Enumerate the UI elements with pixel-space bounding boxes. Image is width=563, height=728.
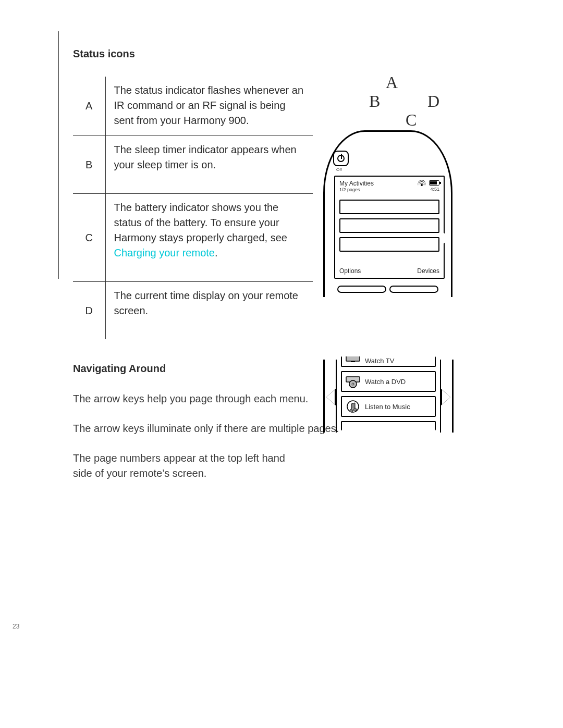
power-icon — [337, 155, 345, 162]
screen-empty-rows — [339, 200, 439, 252]
status-desc-C-pre: The battery indicator shows you the stat… — [114, 202, 287, 243]
page-number: 23 — [13, 623, 19, 630]
table-row: B The sleep timer indicator appears when… — [73, 136, 313, 194]
activity-label: Watch TV — [365, 357, 394, 365]
nav-arrow-left-icon[interactable] — [326, 231, 334, 245]
screen-time: 4:51 — [430, 187, 439, 192]
section-navigating: Navigating Around The arrow keys help yo… — [73, 363, 532, 496]
list-item[interactable] — [339, 218, 439, 233]
dvd-icon — [345, 375, 361, 388]
activity-listen-music[interactable]: Listen to Music — [341, 396, 436, 417]
music-icon — [345, 400, 361, 413]
remote-edge-left — [323, 360, 325, 433]
left-vertical-rule — [58, 31, 59, 279]
callout-C: C — [406, 110, 417, 130]
table-row: D The current time display on your remot… — [73, 282, 313, 340]
callout-A: A — [386, 73, 398, 92]
remote-edge-right — [452, 360, 454, 433]
nav-para-1: The arrow keys help you page through eac… — [73, 391, 532, 406]
power-button[interactable] — [333, 151, 349, 166]
activity-label: Listen to Music — [365, 403, 410, 411]
nav-arrow-left-icon[interactable] — [326, 390, 335, 404]
list-item[interactable] — [339, 237, 439, 252]
activity-watch-tv[interactable]: Watch TV — [341, 356, 436, 367]
list-item[interactable] — [339, 200, 439, 214]
table-row: C The battery indicator shows you the st… — [73, 194, 313, 282]
status-desc-C: The battery indicator shows you the stat… — [105, 194, 313, 282]
status-desc-D: The current time display on your remote … — [105, 282, 313, 340]
remote-top-illustration: A B C D Off My Activities 1/2 pages — [323, 73, 454, 297]
activity-watch-dvd[interactable]: Watch a DVD — [341, 371, 436, 392]
tv-icon — [345, 356, 361, 365]
status-desc-B: The sleep timer indicator appears when y… — [105, 136, 313, 194]
status-key-D: D — [73, 282, 105, 340]
callout-letters: A B C D — [323, 73, 454, 130]
nav-para-2: The arrow keys illuminate only if there … — [73, 421, 532, 436]
heading-navigating: Navigating Around — [73, 363, 532, 375]
heading-status-icons: Status icons — [73, 48, 532, 60]
status-key-C: C — [73, 194, 105, 282]
remote-body-outline: Off My Activities 1/2 pages 4:51 — [323, 130, 452, 297]
callout-D: D — [427, 92, 439, 111]
callout-B: B — [369, 92, 380, 111]
status-desc-C-post: . — [215, 247, 218, 258]
softkey-left-button[interactable] — [337, 286, 386, 293]
screen-header: My Activities 1/2 pages 4:51 — [335, 177, 444, 192]
remote-screen: My Activities 1/2 pages 4:51 — [334, 176, 445, 279]
svg-rect-1 — [351, 361, 355, 362]
screen-title: My Activities — [339, 180, 374, 187]
screen-pages-indicator: 1/2 pages — [339, 187, 374, 192]
nav-arrow-right-icon[interactable] — [442, 231, 450, 245]
nav-arrow-right-icon[interactable] — [442, 390, 450, 404]
table-row: A The status indicator flashes whenever … — [73, 77, 313, 136]
screen-footer: Options Devices — [339, 267, 439, 275]
status-icons-table: A The status indicator flashes whenever … — [73, 77, 313, 339]
nav-para-3: The page numbers appear at the top left … — [73, 451, 302, 481]
footer-options-label[interactable]: Options — [339, 267, 361, 275]
signal-icon — [418, 180, 426, 186]
remote-bottom-illustration: Watch TV Watch a DVD Listen to Music — [323, 360, 454, 433]
power-off-label: Off — [336, 167, 342, 172]
status-desc-A: The status indicator flashes whenever an… — [105, 77, 313, 136]
activity-rows: Watch TV Watch a DVD Listen to Music — [341, 360, 436, 430]
section-status-icons: Status icons A The status indicator flas… — [73, 48, 532, 339]
svg-point-4 — [352, 383, 354, 385]
activity-label: Watch a DVD — [365, 378, 406, 386]
battery-icon — [429, 180, 439, 186]
status-key-A: A — [73, 77, 105, 136]
link-charging-remote[interactable]: Charging your remote — [114, 247, 215, 258]
list-item[interactable] — [341, 421, 436, 430]
footer-devices-label[interactable]: Devices — [417, 267, 439, 275]
svg-rect-0 — [346, 356, 360, 361]
softkey-right-button[interactable] — [389, 286, 438, 293]
status-key-B: B — [73, 136, 105, 194]
